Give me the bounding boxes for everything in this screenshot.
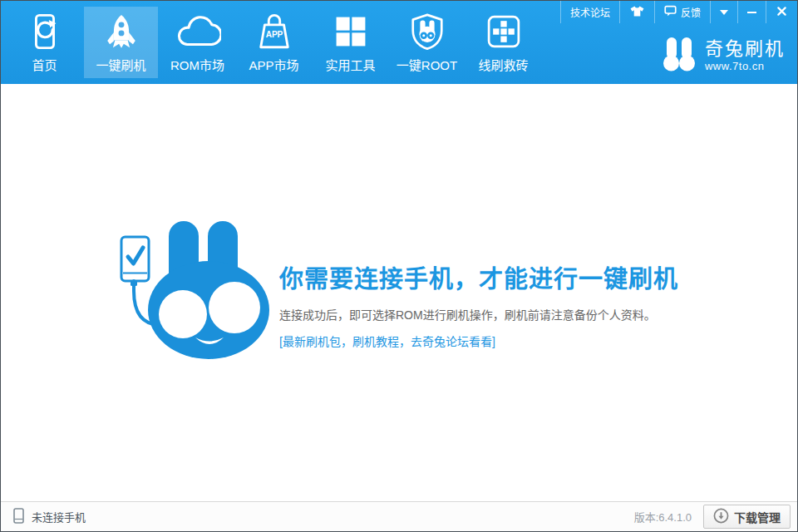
version-text: 版本:6.4.1.0 bbox=[634, 509, 692, 525]
tab-one-key-root-label: 一键ROOT bbox=[397, 56, 457, 73]
download-manager-button[interactable]: 下载管理 bbox=[703, 505, 791, 529]
app-bag-icon: APP bbox=[255, 12, 293, 52]
tshirt-skin-icon bbox=[629, 5, 645, 20]
tab-one-key-root[interactable]: 一键ROOT bbox=[390, 7, 464, 78]
cloud-icon bbox=[175, 12, 221, 52]
rabbit-phone-illustration bbox=[96, 221, 273, 367]
main-nav: 首页 一键刷机 bbox=[7, 7, 540, 78]
brand-logo: 奇兔刷机 www.7to.cn bbox=[661, 36, 785, 76]
tab-one-key-flash-label: 一键刷机 bbox=[96, 56, 145, 73]
phone-status-icon bbox=[13, 508, 24, 526]
tab-brick-rescue-label: 线刷救砖 bbox=[478, 56, 528, 73]
status-bar: 未连接手机 版本:6.4.1.0 下载管理 bbox=[1, 501, 797, 531]
close-button[interactable] bbox=[766, 1, 797, 23]
download-circle-icon bbox=[713, 508, 729, 526]
download-manager-label: 下载管理 bbox=[734, 509, 781, 525]
forum-link-label: 技术论坛 bbox=[570, 5, 610, 19]
minimize-icon bbox=[747, 12, 756, 13]
feedback-button[interactable]: 反馈 bbox=[654, 1, 710, 23]
forum-resources-link[interactable]: [最新刷机包，刷机教程，去奇兔论坛看看] bbox=[279, 332, 495, 349]
tab-rom-market-label: ROM市场 bbox=[170, 56, 224, 73]
tab-rom-market[interactable]: ROM市场 bbox=[160, 7, 234, 78]
forum-link[interactable]: 技术论坛 bbox=[560, 1, 619, 23]
connection-status: 未连接手机 bbox=[13, 508, 86, 526]
connect-heading: 你需要连接手机，才能进行一键刷机 bbox=[279, 259, 678, 294]
rabbit-logo-icon bbox=[661, 36, 697, 76]
root-shield-icon bbox=[408, 12, 446, 52]
rocket-icon bbox=[102, 12, 140, 52]
home-phone-refresh-icon bbox=[26, 12, 64, 52]
connect-prompt: 你需要连接手机，才能进行一键刷机 连接成功后，即可选择ROM进行刷机操作，刷机前… bbox=[96, 221, 678, 367]
close-icon bbox=[777, 7, 786, 18]
tab-tools-label: 实用工具 bbox=[325, 56, 375, 73]
main-content: 你需要连接手机，才能进行一键刷机 连接成功后，即可选择ROM进行刷机操作，刷机前… bbox=[1, 84, 797, 501]
feedback-label: 反馈 bbox=[681, 5, 701, 19]
tab-home-label: 首页 bbox=[32, 56, 57, 73]
feedback-bubble-icon bbox=[664, 5, 677, 20]
tab-one-key-flash[interactable]: 一键刷机 bbox=[84, 7, 158, 78]
brand-site: www.7to.cn bbox=[705, 60, 785, 73]
brick-rescue-icon bbox=[485, 12, 522, 52]
tab-tools[interactable]: 实用工具 bbox=[313, 7, 387, 78]
menu-button[interactable] bbox=[710, 1, 737, 23]
tab-brick-rescue[interactable]: 线刷救砖 bbox=[466, 7, 540, 78]
skin-button[interactable] bbox=[619, 1, 654, 23]
tools-grid-icon bbox=[332, 12, 369, 52]
tab-app-market-label: APP市场 bbox=[249, 56, 298, 73]
header-bar: 首页 一键刷机 bbox=[1, 1, 797, 84]
minimize-button[interactable] bbox=[737, 1, 766, 23]
connection-status-text: 未连接手机 bbox=[32, 509, 86, 525]
connect-description: 连接成功后，即可选择ROM进行刷机操作，刷机前请注意备份个人资料。 bbox=[279, 306, 678, 323]
app-window: 首页 一键刷机 bbox=[0, 0, 798, 532]
tab-home[interactable]: 首页 bbox=[7, 7, 81, 78]
app-bag-text: APP bbox=[265, 30, 283, 39]
titlebar-controls: 技术论坛 反馈 bbox=[560, 1, 797, 23]
tab-app-market[interactable]: APP APP市场 bbox=[237, 7, 311, 78]
dropdown-caret-icon bbox=[720, 10, 728, 15]
brand-name: 奇兔刷机 bbox=[705, 38, 785, 60]
